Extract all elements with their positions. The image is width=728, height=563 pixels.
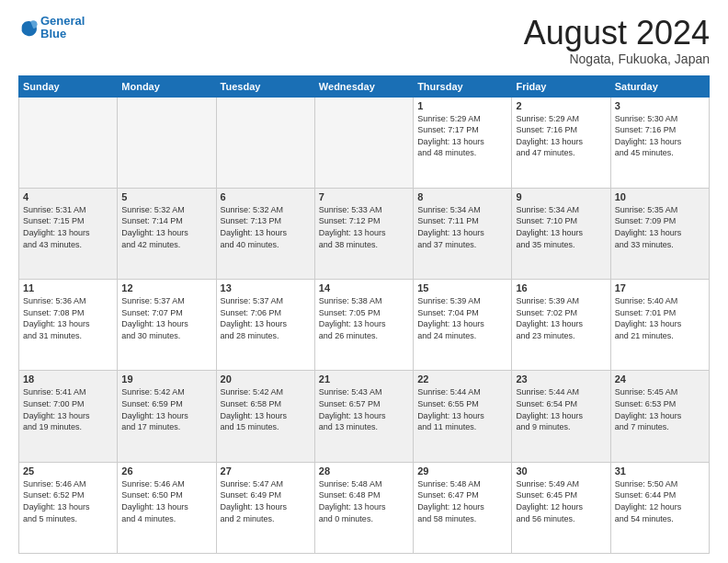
- day-info: Sunrise: 5:38 AM Sunset: 7:05 PM Dayligh…: [319, 295, 409, 341]
- day-number: 30: [516, 465, 606, 477]
- day-info: Sunrise: 5:40 AM Sunset: 7:01 PM Dayligh…: [615, 295, 705, 341]
- day-number: 22: [417, 373, 507, 385]
- day-info: Sunrise: 5:35 AM Sunset: 7:09 PM Dayligh…: [615, 204, 705, 250]
- col-monday: Monday: [118, 75, 216, 97]
- table-row: 23Sunrise: 5:44 AM Sunset: 6:54 PM Dayli…: [512, 371, 610, 462]
- day-number: 20: [221, 373, 311, 385]
- day-number: 5: [121, 191, 211, 202]
- day-info: Sunrise: 5:46 AM Sunset: 6:50 PM Dayligh…: [121, 478, 211, 524]
- day-info: Sunrise: 5:46 AM Sunset: 6:52 PM Dayligh…: [23, 478, 113, 524]
- day-number: 15: [417, 282, 507, 293]
- day-number: 1: [417, 100, 507, 111]
- day-number: 8: [417, 191, 507, 202]
- day-number: 14: [319, 282, 409, 293]
- col-friday: Friday: [512, 75, 610, 97]
- table-row: 22Sunrise: 5:44 AM Sunset: 6:55 PM Dayli…: [414, 371, 512, 462]
- day-info: Sunrise: 5:44 AM Sunset: 6:54 PM Dayligh…: [516, 386, 606, 432]
- table-row: [19, 97, 118, 188]
- day-info: Sunrise: 5:32 AM Sunset: 7:14 PM Dayligh…: [121, 204, 211, 250]
- logo-blue: Blue: [40, 27, 66, 40]
- logo-icon: [18, 17, 39, 38]
- logo-text: General Blue: [40, 15, 85, 41]
- day-number: 28: [319, 465, 409, 477]
- day-info: Sunrise: 5:33 AM Sunset: 7:12 PM Dayligh…: [319, 204, 409, 250]
- table-row: [216, 97, 314, 188]
- day-info: Sunrise: 5:34 AM Sunset: 7:11 PM Dayligh…: [417, 204, 507, 250]
- col-sunday: Sunday: [19, 75, 118, 97]
- table-row: 12Sunrise: 5:37 AM Sunset: 7:07 PM Dayli…: [118, 280, 216, 371]
- table-row: 10Sunrise: 5:35 AM Sunset: 7:09 PM Dayli…: [610, 188, 709, 279]
- day-info: Sunrise: 5:30 AM Sunset: 7:16 PM Dayligh…: [615, 113, 705, 159]
- day-info: Sunrise: 5:49 AM Sunset: 6:45 PM Dayligh…: [516, 478, 606, 524]
- day-info: Sunrise: 5:37 AM Sunset: 7:06 PM Dayligh…: [221, 295, 311, 341]
- day-info: Sunrise: 5:50 AM Sunset: 6:44 PM Dayligh…: [615, 478, 705, 524]
- table-row: [118, 97, 216, 188]
- table-row: 19Sunrise: 5:42 AM Sunset: 6:59 PM Dayli…: [118, 371, 216, 462]
- col-wednesday: Wednesday: [314, 75, 413, 97]
- logo-general: General: [40, 14, 85, 28]
- day-number: 26: [121, 465, 211, 477]
- day-info: Sunrise: 5:44 AM Sunset: 6:55 PM Dayligh…: [417, 386, 507, 432]
- table-row: 28Sunrise: 5:48 AM Sunset: 6:48 PM Dayli…: [314, 462, 413, 553]
- day-info: Sunrise: 5:43 AM Sunset: 6:57 PM Dayligh…: [319, 386, 409, 432]
- day-info: Sunrise: 5:48 AM Sunset: 6:47 PM Dayligh…: [417, 478, 507, 524]
- col-thursday: Thursday: [414, 75, 512, 97]
- table-row: 18Sunrise: 5:41 AM Sunset: 7:00 PM Dayli…: [19, 371, 118, 462]
- day-number: 13: [221, 282, 311, 293]
- calendar-week-row: 25Sunrise: 5:46 AM Sunset: 6:52 PM Dayli…: [19, 462, 710, 553]
- calendar-header-row: Sunday Monday Tuesday Wednesday Thursday…: [19, 75, 710, 97]
- day-info: Sunrise: 5:41 AM Sunset: 7:00 PM Dayligh…: [23, 386, 113, 432]
- table-row: [314, 97, 413, 188]
- day-number: 11: [23, 282, 113, 293]
- month-title: August 2024: [524, 15, 710, 52]
- day-info: Sunrise: 5:39 AM Sunset: 7:02 PM Dayligh…: [516, 295, 606, 341]
- table-row: 30Sunrise: 5:49 AM Sunset: 6:45 PM Dayli…: [512, 462, 610, 553]
- table-row: 26Sunrise: 5:46 AM Sunset: 6:50 PM Dayli…: [118, 462, 216, 553]
- day-number: 18: [23, 373, 113, 385]
- day-info: Sunrise: 5:36 AM Sunset: 7:08 PM Dayligh…: [23, 295, 113, 341]
- table-row: 8Sunrise: 5:34 AM Sunset: 7:11 PM Daylig…: [414, 188, 512, 279]
- table-row: 21Sunrise: 5:43 AM Sunset: 6:57 PM Dayli…: [314, 371, 413, 462]
- day-number: 9: [516, 191, 606, 202]
- title-block: August 2024 Nogata, Fukuoka, Japan: [524, 15, 710, 66]
- day-number: 31: [615, 465, 705, 477]
- col-saturday: Saturday: [610, 75, 709, 97]
- table-row: 20Sunrise: 5:42 AM Sunset: 6:58 PM Dayli…: [216, 371, 314, 462]
- day-info: Sunrise: 5:48 AM Sunset: 6:48 PM Dayligh…: [319, 478, 409, 524]
- day-number: 24: [615, 373, 705, 385]
- col-tuesday: Tuesday: [216, 75, 314, 97]
- table-row: 16Sunrise: 5:39 AM Sunset: 7:02 PM Dayli…: [512, 280, 610, 371]
- logo: General Blue: [18, 15, 85, 41]
- table-row: 7Sunrise: 5:33 AM Sunset: 7:12 PM Daylig…: [314, 188, 413, 279]
- day-info: Sunrise: 5:29 AM Sunset: 7:17 PM Dayligh…: [417, 113, 507, 159]
- table-row: 4Sunrise: 5:31 AM Sunset: 7:15 PM Daylig…: [19, 188, 118, 279]
- table-row: 9Sunrise: 5:34 AM Sunset: 7:10 PM Daylig…: [512, 188, 610, 279]
- location: Nogata, Fukuoka, Japan: [524, 52, 710, 66]
- table-row: 13Sunrise: 5:37 AM Sunset: 7:06 PM Dayli…: [216, 280, 314, 371]
- day-number: 27: [221, 465, 311, 477]
- table-row: 2Sunrise: 5:29 AM Sunset: 7:16 PM Daylig…: [512, 97, 610, 188]
- calendar-week-row: 1Sunrise: 5:29 AM Sunset: 7:17 PM Daylig…: [19, 97, 710, 188]
- calendar-week-row: 11Sunrise: 5:36 AM Sunset: 7:08 PM Dayli…: [19, 280, 710, 371]
- day-info: Sunrise: 5:45 AM Sunset: 6:53 PM Dayligh…: [615, 386, 705, 432]
- day-number: 19: [121, 373, 211, 385]
- day-number: 12: [121, 282, 211, 293]
- day-number: 23: [516, 373, 606, 385]
- calendar-week-row: 18Sunrise: 5:41 AM Sunset: 7:00 PM Dayli…: [19, 371, 710, 462]
- day-number: 3: [615, 100, 705, 111]
- day-number: 25: [23, 465, 113, 477]
- day-number: 16: [516, 282, 606, 293]
- table-row: 15Sunrise: 5:39 AM Sunset: 7:04 PM Dayli…: [414, 280, 512, 371]
- table-row: 3Sunrise: 5:30 AM Sunset: 7:16 PM Daylig…: [610, 97, 709, 188]
- day-info: Sunrise: 5:31 AM Sunset: 7:15 PM Dayligh…: [23, 204, 113, 250]
- page: General Blue August 2024 Nogata, Fukuoka…: [0, 0, 728, 563]
- day-info: Sunrise: 5:42 AM Sunset: 6:59 PM Dayligh…: [121, 386, 211, 432]
- day-number: 6: [221, 191, 311, 202]
- day-info: Sunrise: 5:37 AM Sunset: 7:07 PM Dayligh…: [121, 295, 211, 341]
- table-row: 17Sunrise: 5:40 AM Sunset: 7:01 PM Dayli…: [610, 280, 709, 371]
- header: General Blue August 2024 Nogata, Fukuoka…: [18, 15, 710, 66]
- day-info: Sunrise: 5:42 AM Sunset: 6:58 PM Dayligh…: [221, 386, 311, 432]
- day-info: Sunrise: 5:32 AM Sunset: 7:13 PM Dayligh…: [221, 204, 311, 250]
- calendar-table: Sunday Monday Tuesday Wednesday Thursday…: [18, 75, 710, 554]
- day-number: 29: [417, 465, 507, 477]
